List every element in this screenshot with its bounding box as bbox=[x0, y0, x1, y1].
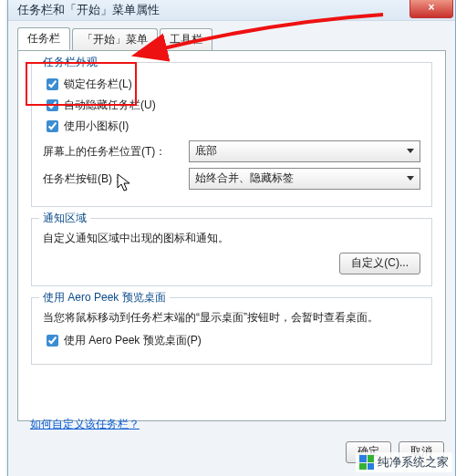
checkbox-small-icons-label: 使用小图标(I) bbox=[64, 119, 129, 134]
tab-strip: 任务栏 「开始」菜单 工具栏 bbox=[17, 28, 455, 50]
checkbox-lock-taskbar-input[interactable] bbox=[47, 78, 58, 90]
notification-desc: 自定义通知区域中出现的图标和通知。 bbox=[43, 230, 420, 247]
group-appearance-legend: 任务栏外观 bbox=[39, 55, 101, 70]
row-position: 屏幕上的任务栏位置(T)： 底部 bbox=[43, 140, 420, 162]
combo-position[interactable]: 底部 bbox=[189, 140, 420, 162]
stage: 任务栏和「开始」菜单属性 × 任务栏 「开始」菜单 工具栏 任务栏外观 锁定任务… bbox=[0, 0, 456, 476]
watermark: 纯净系统之家 bbox=[356, 452, 452, 472]
checkbox-autohide-input[interactable] bbox=[47, 99, 58, 111]
label-position: 屏幕上的任务栏位置(T)： bbox=[43, 144, 189, 160]
checkbox-aero-peek-input[interactable] bbox=[47, 335, 58, 347]
label-buttons: 任务栏按钮(B)： bbox=[43, 171, 189, 187]
checkbox-lock-taskbar-label: 锁定任务栏(L) bbox=[64, 77, 132, 92]
tab-start-menu[interactable]: 「开始」菜单 bbox=[72, 28, 158, 50]
group-appearance: 任务栏外观 锁定任务栏(L) 自动隐藏任务栏(U) 使用小图标(I) 屏幕上的任… bbox=[31, 62, 432, 207]
aero-desc: 当您将鼠标移动到任务栏末端的“显示桌面”按钮时，会暂时查看桌面。 bbox=[43, 309, 420, 326]
checkbox-autohide[interactable]: 自动隐藏任务栏(U) bbox=[43, 97, 420, 114]
tab-taskbar[interactable]: 任务栏 bbox=[17, 27, 70, 50]
group-notification: 通知区域 自定义通知区域中出现的图标和通知。 自定义(C)... bbox=[31, 218, 432, 286]
properties-window: 任务栏和「开始」菜单属性 × 任务栏 「开始」菜单 工具栏 任务栏外观 锁定任务… bbox=[7, 0, 456, 476]
tab-toolbars[interactable]: 工具栏 bbox=[160, 28, 212, 50]
combo-buttons[interactable]: 始终合并、隐藏标签 bbox=[189, 168, 420, 190]
group-aero-peek-legend: 使用 Aero Peek 预览桌面 bbox=[39, 290, 170, 305]
checkbox-small-icons-input[interactable] bbox=[47, 120, 58, 132]
checkbox-aero-peek-label: 使用 Aero Peek 预览桌面(P) bbox=[64, 333, 202, 348]
window-close-button[interactable]: × bbox=[409, 0, 453, 18]
help-link-row: 如何自定义该任务栏？ bbox=[30, 417, 140, 432]
row-buttons: 任务栏按钮(B)： 始终合并、隐藏标签 bbox=[43, 168, 420, 190]
checkbox-small-icons[interactable]: 使用小图标(I) bbox=[43, 118, 420, 135]
checkbox-autohide-label: 自动隐藏任务栏(U) bbox=[64, 98, 156, 113]
group-notification-legend: 通知区域 bbox=[39, 211, 90, 226]
window-title: 任务栏和「开始」菜单属性 bbox=[8, 0, 455, 21]
help-link[interactable]: 如何自定义该任务栏？ bbox=[30, 418, 140, 430]
checkbox-aero-peek[interactable]: 使用 Aero Peek 预览桌面(P) bbox=[43, 332, 420, 349]
customize-button[interactable]: 自定义(C)... bbox=[339, 253, 420, 274]
checkbox-lock-taskbar[interactable]: 锁定任务栏(L) bbox=[43, 76, 420, 93]
tab-page-taskbar: 任务栏外观 锁定任务栏(L) 自动隐藏任务栏(U) 使用小图标(I) 屏幕上的任… bbox=[17, 50, 446, 421]
watermark-logo-icon bbox=[359, 455, 374, 470]
watermark-text: 纯净系统之家 bbox=[378, 454, 449, 471]
group-aero-peek: 使用 Aero Peek 预览桌面 当您将鼠标移动到任务栏末端的“显示桌面”按钮… bbox=[31, 297, 432, 365]
